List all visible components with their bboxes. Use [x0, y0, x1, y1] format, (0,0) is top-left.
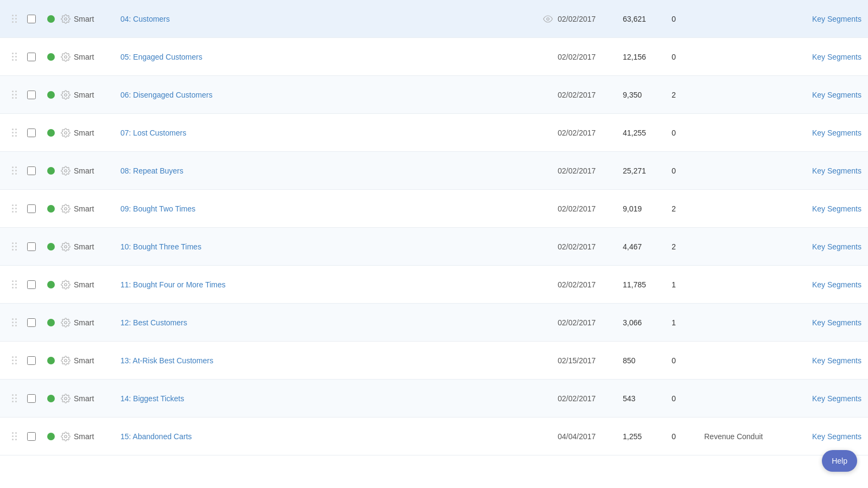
- svg-point-4: [65, 131, 67, 134]
- num-cell: 1: [672, 280, 704, 289]
- gear-icon: [61, 394, 71, 403]
- date-cell: 02/02/2017: [558, 394, 623, 403]
- row-checkbox[interactable]: [22, 91, 41, 99]
- row-checkbox[interactable]: [22, 394, 41, 403]
- segment-name-link[interactable]: 06: Disengaged Customers: [120, 91, 213, 99]
- svg-point-12: [65, 435, 67, 438]
- row-checkbox[interactable]: [22, 280, 41, 289]
- status-dot: [47, 357, 55, 364]
- row-checkbox[interactable]: [22, 166, 41, 175]
- help-button[interactable]: Help: [822, 450, 857, 472]
- num-cell: 1: [672, 318, 704, 327]
- count-cell: 850: [623, 356, 672, 365]
- type-label: Smart: [74, 280, 94, 289]
- key-segments-link[interactable]: Key Segments: [812, 356, 861, 365]
- segment-name-link[interactable]: 10: Bought Three Times: [120, 242, 201, 251]
- eye-cell[interactable]: [538, 14, 558, 24]
- key-segments-link[interactable]: Key Segments: [812, 166, 861, 175]
- status-indicator: [41, 357, 61, 364]
- row-checkbox[interactable]: [22, 356, 41, 365]
- status-indicator: [41, 91, 61, 99]
- svg-point-3: [65, 93, 67, 96]
- date-cell: 02/02/2017: [558, 129, 623, 137]
- type-label: Smart: [74, 166, 94, 175]
- key-segments-link[interactable]: Key Segments: [812, 280, 861, 289]
- count-cell: 11,785: [623, 280, 672, 289]
- drag-handle[interactable]: [7, 432, 22, 440]
- drag-handle[interactable]: [7, 53, 22, 61]
- row-checkbox[interactable]: [22, 432, 41, 441]
- segment-name-link[interactable]: 04: Customers: [120, 15, 170, 23]
- row-checkbox[interactable]: [22, 318, 41, 327]
- drag-handle[interactable]: [7, 91, 22, 99]
- status-indicator: [41, 129, 61, 137]
- segment-name-link[interactable]: 12: Best Customers: [120, 318, 187, 327]
- key-segments-link[interactable]: Key Segments: [812, 318, 861, 327]
- gear-icon: [61, 52, 71, 62]
- segment-name-link[interactable]: 08: Repeat Buyers: [120, 166, 183, 175]
- action-cell: Key Segments: [791, 432, 861, 441]
- segment-name-link[interactable]: 05: Engaged Customers: [120, 53, 202, 61]
- row-checkbox[interactable]: [22, 129, 41, 137]
- name-cell: 11: Bought Four or More Times: [115, 280, 538, 289]
- table-row: Smart 11: Bought Four or More Times 02/0…: [0, 266, 868, 304]
- name-cell: 07: Lost Customers: [115, 129, 538, 137]
- eye-icon[interactable]: [543, 14, 553, 24]
- num-cell: 0: [672, 394, 704, 403]
- segment-name-link[interactable]: 15: Abandoned Carts: [120, 432, 192, 441]
- key-segments-link[interactable]: Key Segments: [812, 394, 861, 403]
- key-segments-link[interactable]: Key Segments: [812, 53, 861, 61]
- status-dot: [47, 91, 55, 99]
- row-checkbox[interactable]: [22, 242, 41, 251]
- svg-point-6: [65, 207, 67, 210]
- segment-name-link[interactable]: 07: Lost Customers: [120, 129, 186, 137]
- label-cell: Revenue Conduit: [704, 432, 791, 441]
- table-row: Smart 13: At-Risk Best Customers 02/15/2…: [0, 342, 868, 380]
- drag-handle[interactable]: [7, 394, 22, 402]
- gear-icon: [61, 204, 71, 214]
- gear-icon: [61, 432, 71, 441]
- segment-name-link[interactable]: 14: Biggest Tickets: [120, 394, 184, 403]
- count-cell: 41,255: [623, 129, 672, 137]
- type-cell: Smart: [61, 14, 115, 24]
- row-checkbox[interactable]: [22, 204, 41, 213]
- drag-handle[interactable]: [7, 280, 22, 288]
- svg-point-11: [65, 397, 67, 400]
- action-cell: Key Segments: [791, 53, 861, 61]
- drag-handle[interactable]: [7, 204, 22, 213]
- type-cell: Smart: [61, 356, 115, 365]
- drag-handle[interactable]: [7, 15, 22, 23]
- date-cell: 02/02/2017: [558, 15, 623, 23]
- type-cell: Smart: [61, 166, 115, 176]
- key-segments-link[interactable]: Key Segments: [812, 129, 861, 137]
- segment-name-link[interactable]: 13: At-Risk Best Customers: [120, 356, 213, 365]
- drag-handle[interactable]: [7, 318, 22, 326]
- gear-icon: [61, 14, 71, 24]
- segment-name-link[interactable]: 11: Bought Four or More Times: [120, 280, 226, 289]
- action-cell: Key Segments: [791, 91, 861, 99]
- svg-point-2: [65, 55, 67, 58]
- num-cell: 0: [672, 166, 704, 175]
- type-cell: Smart: [61, 318, 115, 328]
- date-cell: 02/02/2017: [558, 318, 623, 327]
- drag-handle[interactable]: [7, 242, 22, 251]
- key-segments-link[interactable]: Key Segments: [812, 15, 861, 23]
- key-segments-link[interactable]: Key Segments: [812, 432, 861, 441]
- key-segments-link[interactable]: Key Segments: [812, 242, 861, 251]
- row-checkbox[interactable]: [22, 53, 41, 61]
- status-dot: [47, 167, 55, 175]
- key-segments-link[interactable]: Key Segments: [812, 204, 861, 213]
- key-segments-link[interactable]: Key Segments: [812, 91, 861, 99]
- status-indicator: [41, 433, 61, 440]
- action-cell: Key Segments: [791, 318, 861, 327]
- type-cell: Smart: [61, 242, 115, 252]
- status-dot: [47, 433, 55, 440]
- date-cell: 02/02/2017: [558, 242, 623, 251]
- segment-name-link[interactable]: 09: Bought Two Times: [120, 204, 195, 213]
- row-checkbox[interactable]: [22, 15, 41, 23]
- drag-handle[interactable]: [7, 356, 22, 364]
- drag-handle[interactable]: [7, 166, 22, 175]
- date-cell: 04/04/2017: [558, 432, 623, 441]
- drag-handle[interactable]: [7, 129, 22, 137]
- type-label: Smart: [74, 91, 94, 99]
